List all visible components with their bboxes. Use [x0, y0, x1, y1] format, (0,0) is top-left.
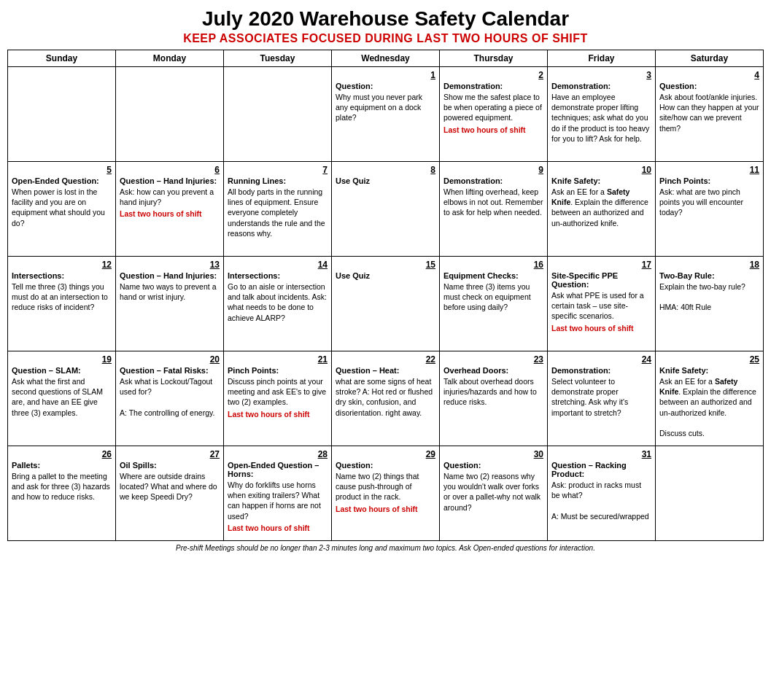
week-row-3: 12Intersections:Tell me three (3) things… [8, 257, 764, 351]
day-number: 30 [443, 449, 543, 459]
cell-title: Open-Ended Question – Horns: [228, 461, 319, 478]
column-header-wednesday: Wednesday [332, 50, 440, 67]
calendar-cell [116, 67, 224, 162]
day-number: 13 [120, 260, 220, 270]
calendar-cell: 16Equipment Checks:Name three (3) items … [440, 257, 548, 351]
day-number: 19 [12, 354, 112, 365]
calendar-cell: 22Question – Heat:what are some signs of… [332, 351, 440, 446]
cell-title: Site-Specific PPE Question: [551, 271, 618, 289]
cell-body: Name two ways to prevent a hand or wrist… [120, 281, 220, 302]
week-row-4: 19Question – SLAM:Ask what the first and… [8, 351, 764, 446]
cell-title: Demonstration: [443, 176, 503, 185]
day-number: 31 [551, 449, 651, 459]
last-two-hours-label: Last two hours of shift [120, 209, 220, 219]
calendar-cell: 11Pinch Points:Ask: what are two pinch p… [656, 162, 764, 257]
page-subtitle: KEEP ASSOCIATES FOCUSED DURING LAST TWO … [7, 32, 764, 45]
calendar-cell: 8Use Quiz [332, 162, 440, 257]
week-row-2: 5Open-Ended Question:When power is lost … [8, 162, 764, 257]
cell-title: Question – SLAM: [12, 366, 81, 375]
day-number: 22 [336, 354, 435, 365]
cell-title: Question – Racking Product: [551, 461, 627, 478]
last-two-hours-label: Last two hours of shift [228, 523, 328, 533]
day-number: 26 [12, 449, 112, 459]
calendar-cell: 12Intersections:Tell me three (3) things… [8, 257, 116, 351]
cell-title: Open-Ended Question: [12, 176, 99, 185]
day-number: 16 [443, 260, 543, 270]
cell-body: Explain the two-bay rule?HMA: 40ft Rule [659, 281, 759, 313]
day-number: 8 [336, 165, 435, 175]
day-number: 20 [120, 354, 220, 365]
cell-body: All body parts in the running lines of e… [228, 187, 328, 238]
cell-title: Pallets: [12, 461, 40, 470]
cell-body: Go to an aisle or intersection and talk … [228, 281, 328, 323]
calendar-cell: 7Running Lines:All body parts in the run… [224, 162, 332, 257]
day-number: 7 [228, 165, 328, 175]
day-number: 9 [443, 165, 543, 175]
day-number: 4 [659, 70, 759, 80]
day-number: 29 [336, 449, 435, 459]
last-two-hours-label: Last two hours of shift [443, 125, 543, 135]
cell-body: what are some signs of heat stroke? A: H… [336, 376, 435, 418]
cell-body: When lifting overhead, keep elbows in no… [443, 187, 543, 218]
calendar-cell: 26Pallets:Bring a pallet to the meeting … [8, 446, 116, 541]
cell-body: When power is lost in the facility and y… [12, 187, 112, 228]
day-number: 2 [443, 70, 543, 80]
calendar-cell: 14Intersections:Go to an aisle or inters… [224, 257, 332, 351]
last-two-hours-label: Last two hours of shift [228, 409, 328, 419]
calendar-cell: 27Oil Spills:Where are outside drains lo… [116, 446, 224, 541]
cell-body: Select volunteer to demonstrate proper s… [551, 376, 651, 418]
calendar-cell: 25Knife Safety:Ask an EE for a Safety Kn… [656, 351, 764, 446]
calendar-cell: 17Site-Specific PPE Question:Ask what PP… [548, 257, 656, 351]
calendar-cell: 4Question:Ask about foot/ankle injuries.… [656, 67, 764, 162]
footer-text: Pre-shift Meetings should be no longer t… [7, 544, 764, 552]
calendar-cell: 28Open-Ended Question – Horns:Why do for… [224, 446, 332, 541]
calendar-cell: 18Two-Bay Rule:Explain the two-bay rule?… [656, 257, 764, 351]
cell-body: Ask: how can you prevent a hand injury? [120, 187, 220, 207]
day-number: 18 [659, 260, 759, 270]
calendar-cell [656, 446, 764, 541]
cell-title: Demonstration: [551, 366, 611, 375]
column-header-monday: Monday [116, 50, 224, 67]
cell-title: Question – Fatal Risks: [120, 366, 209, 375]
cell-title: Equipment Checks: [443, 271, 519, 280]
cell-body: Name two (2) things that cause push-thro… [336, 471, 435, 502]
cell-title: Question – Hand Injuries: [120, 176, 217, 185]
day-number: 14 [228, 260, 328, 270]
day-number: 5 [12, 165, 112, 175]
last-two-hours-label: Last two hours of shift [336, 504, 435, 514]
calendar-cell: 9Demonstration:When lifting overhead, ke… [440, 162, 548, 257]
day-number: 28 [228, 449, 328, 459]
day-number: 12 [12, 260, 112, 270]
cell-body: Ask an EE for a Safety Knife. Explain th… [659, 376, 759, 438]
calendar-cell: 19Question – SLAM:Ask what the first and… [8, 351, 116, 446]
cell-title: Intersections: [12, 271, 64, 280]
cell-body: Talk about overhead doors injuries/hazar… [443, 376, 543, 408]
column-header-tuesday: Tuesday [224, 50, 332, 67]
column-header-friday: Friday [548, 50, 656, 67]
cell-title: Knife Safety: [551, 176, 600, 185]
cell-body: Discuss pinch points at your meeting and… [228, 376, 328, 408]
cell-body: Ask what the first and second questions … [12, 376, 112, 418]
cell-body: Name two (2) reasons why you wouldn't wa… [443, 471, 543, 513]
calendar-cell: 3Demonstration:Have an employee demonstr… [548, 67, 656, 162]
calendar-cell: 31Question – Racking Product:Ask: produc… [548, 446, 656, 541]
day-number: 10 [551, 165, 651, 175]
day-number: 27 [120, 449, 220, 459]
calendar-cell: 10Knife Safety:Ask an EE for a Safety Kn… [548, 162, 656, 257]
day-number: 25 [659, 354, 759, 365]
day-number: 11 [659, 165, 759, 175]
cell-body: Why must you never park any equipment on… [336, 92, 435, 123]
day-number: 17 [551, 260, 651, 270]
calendar-cell [8, 67, 116, 162]
column-header-saturday: Saturday [656, 50, 764, 67]
cell-body: Show me the safest place to be when oper… [443, 92, 543, 123]
week-row-1: 1Question:Why must you never park any eq… [8, 67, 764, 162]
calendar-cell: 6Question – Hand Injuries:Ask: how can y… [116, 162, 224, 257]
cell-body: Ask: product in racks must be what?A: Mu… [551, 480, 651, 521]
calendar-cell [224, 67, 332, 162]
cell-body: Ask what is Lockout/Tagout used for?A: T… [120, 376, 220, 418]
calendar-cell: 15Use Quiz [332, 257, 440, 351]
day-number: 15 [336, 260, 435, 270]
cell-title: Demonstration: [443, 82, 503, 90]
calendar-cell: 30Question:Name two (2) reasons why you … [440, 446, 548, 541]
